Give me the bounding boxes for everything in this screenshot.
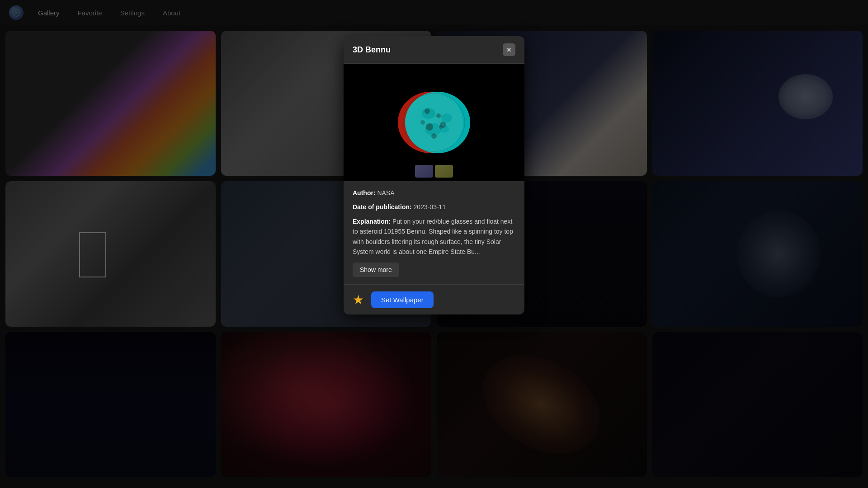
- svg-point-14: [436, 113, 441, 118]
- modal-thumb-strip: [415, 165, 453, 178]
- modal-image-container: [344, 64, 524, 181]
- svg-point-18: [420, 120, 425, 125]
- bennu-image: [389, 77, 479, 168]
- modal-header: 3D Bennu ✕: [344, 36, 524, 63]
- favorite-button[interactable]: ★: [353, 292, 364, 307]
- svg-point-17: [431, 133, 437, 139]
- modal-overlay: 3D Bennu ✕: [0, 0, 868, 488]
- modal-thumb-2[interactable]: [435, 165, 453, 178]
- modal-title: 3D Bennu: [353, 45, 391, 55]
- author-label: Author:: [353, 189, 376, 197]
- show-more-button[interactable]: Show more: [353, 263, 399, 277]
- explanation-label: Explanation:: [353, 218, 391, 225]
- modal-close-button[interactable]: ✕: [503, 43, 515, 56]
- date-label: Date of publication:: [353, 203, 412, 211]
- detail-modal: 3D Bennu ✕: [344, 36, 524, 314]
- date-field: Date of publication: 2023-03-11: [353, 202, 515, 212]
- date-value: 2023-03-11: [414, 203, 446, 211]
- explanation-field: Explanation: Put on your red/blue glasse…: [353, 216, 515, 257]
- author-value: NASA: [377, 189, 394, 197]
- svg-point-19: [440, 122, 446, 128]
- svg-point-13: [425, 108, 430, 114]
- svg-point-9: [441, 113, 452, 122]
- modal-footer: ★ Set Wallpaper: [344, 285, 524, 314]
- modal-thumb-1[interactable]: [415, 165, 433, 178]
- author-field: Author: NASA: [353, 188, 515, 198]
- modal-body: Author: NASA Date of publication: 2023-0…: [344, 181, 524, 284]
- set-wallpaper-button[interactable]: Set Wallpaper: [371, 291, 434, 308]
- svg-point-15: [426, 123, 433, 131]
- svg-point-7: [405, 92, 470, 153]
